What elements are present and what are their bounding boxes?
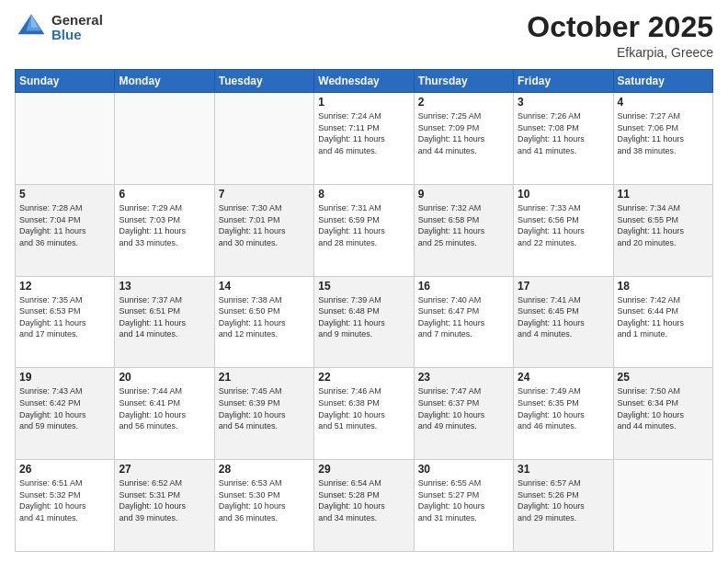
day-number: 13 bbox=[119, 280, 210, 293]
day-number: 22 bbox=[318, 371, 409, 384]
table-row: 25Sunrise: 7:50 AM Sunset: 6:34 PM Dayli… bbox=[613, 368, 712, 460]
header-monday: Monday bbox=[115, 70, 214, 93]
table-row: 6Sunrise: 7:29 AM Sunset: 7:03 PM Daylig… bbox=[115, 184, 214, 276]
table-row: 24Sunrise: 7:49 AM Sunset: 6:35 PM Dayli… bbox=[514, 368, 613, 460]
day-number: 16 bbox=[418, 280, 509, 293]
day-number: 10 bbox=[518, 188, 609, 201]
calendar-header-row: Sunday Monday Tuesday Wednesday Thursday… bbox=[16, 70, 713, 93]
day-number: 24 bbox=[518, 371, 609, 384]
day-number: 5 bbox=[19, 188, 110, 201]
header-wednesday: Wednesday bbox=[314, 70, 414, 93]
day-number: 21 bbox=[219, 371, 310, 384]
calendar-week-row: 19Sunrise: 7:43 AM Sunset: 6:42 PM Dayli… bbox=[16, 368, 713, 460]
day-info: Sunrise: 7:25 AM Sunset: 7:09 PM Dayligh… bbox=[418, 110, 509, 156]
day-info: Sunrise: 7:43 AM Sunset: 6:42 PM Dayligh… bbox=[19, 385, 110, 431]
day-number: 20 bbox=[119, 371, 210, 384]
table-row: 18Sunrise: 7:42 AM Sunset: 6:44 PM Dayli… bbox=[613, 276, 712, 368]
day-number: 2 bbox=[418, 96, 509, 109]
table-row: 27Sunrise: 6:52 AM Sunset: 5:31 PM Dayli… bbox=[115, 460, 214, 552]
table-row: 10Sunrise: 7:33 AM Sunset: 6:56 PM Dayli… bbox=[514, 184, 613, 276]
day-number: 31 bbox=[518, 463, 609, 476]
table-row bbox=[214, 93, 313, 185]
day-number: 26 bbox=[19, 463, 110, 476]
day-info: Sunrise: 7:46 AM Sunset: 6:38 PM Dayligh… bbox=[318, 385, 409, 431]
day-info: Sunrise: 7:33 AM Sunset: 6:56 PM Dayligh… bbox=[518, 202, 609, 248]
table-row: 21Sunrise: 7:45 AM Sunset: 6:39 PM Dayli… bbox=[214, 368, 313, 460]
day-info: Sunrise: 7:24 AM Sunset: 7:11 PM Dayligh… bbox=[318, 110, 409, 156]
day-info: Sunrise: 7:44 AM Sunset: 6:41 PM Dayligh… bbox=[119, 385, 210, 431]
day-number: 25 bbox=[618, 371, 709, 384]
day-info: Sunrise: 6:54 AM Sunset: 5:28 PM Dayligh… bbox=[318, 477, 409, 523]
day-info: Sunrise: 7:28 AM Sunset: 7:04 PM Dayligh… bbox=[19, 202, 110, 248]
table-row: 23Sunrise: 7:47 AM Sunset: 6:37 PM Dayli… bbox=[414, 368, 513, 460]
day-info: Sunrise: 6:52 AM Sunset: 5:31 PM Dayligh… bbox=[119, 477, 210, 523]
table-row: 13Sunrise: 7:37 AM Sunset: 6:51 PM Dayli… bbox=[115, 276, 214, 368]
day-info: Sunrise: 6:55 AM Sunset: 5:27 PM Dayligh… bbox=[418, 477, 509, 523]
calendar-week-row: 5Sunrise: 7:28 AM Sunset: 7:04 PM Daylig… bbox=[16, 184, 713, 276]
day-info: Sunrise: 7:50 AM Sunset: 6:34 PM Dayligh… bbox=[618, 385, 709, 431]
day-number: 30 bbox=[418, 463, 509, 476]
table-row bbox=[613, 460, 712, 552]
day-number: 15 bbox=[318, 280, 409, 293]
day-info: Sunrise: 7:31 AM Sunset: 6:59 PM Dayligh… bbox=[318, 202, 409, 248]
title-location: Efkarpia, Greece bbox=[527, 45, 713, 60]
day-info: Sunrise: 7:38 AM Sunset: 6:50 PM Dayligh… bbox=[219, 294, 310, 340]
table-row: 11Sunrise: 7:34 AM Sunset: 6:55 PM Dayli… bbox=[613, 184, 712, 276]
day-info: Sunrise: 7:47 AM Sunset: 6:37 PM Dayligh… bbox=[418, 385, 509, 431]
table-row bbox=[115, 93, 214, 185]
day-info: Sunrise: 7:49 AM Sunset: 6:35 PM Dayligh… bbox=[518, 385, 609, 431]
table-row: 14Sunrise: 7:38 AM Sunset: 6:50 PM Dayli… bbox=[214, 276, 313, 368]
table-row: 9Sunrise: 7:32 AM Sunset: 6:58 PM Daylig… bbox=[414, 184, 513, 276]
table-row: 15Sunrise: 7:39 AM Sunset: 6:48 PM Dayli… bbox=[314, 276, 414, 368]
header: General Blue October 2025 Efkarpia, Gree… bbox=[15, 11, 713, 60]
day-info: Sunrise: 7:34 AM Sunset: 6:55 PM Dayligh… bbox=[618, 202, 709, 248]
logo-blue-text: Blue bbox=[51, 28, 103, 43]
day-number: 12 bbox=[19, 280, 110, 293]
table-row: 1Sunrise: 7:24 AM Sunset: 7:11 PM Daylig… bbox=[314, 93, 414, 185]
day-number: 6 bbox=[119, 188, 210, 201]
day-number: 18 bbox=[618, 280, 709, 293]
calendar-week-row: 26Sunrise: 6:51 AM Sunset: 5:32 PM Dayli… bbox=[16, 460, 713, 552]
day-number: 17 bbox=[518, 280, 609, 293]
table-row: 3Sunrise: 7:26 AM Sunset: 7:08 PM Daylig… bbox=[514, 93, 613, 185]
day-number: 19 bbox=[19, 371, 110, 384]
header-thursday: Thursday bbox=[414, 70, 513, 93]
header-friday: Friday bbox=[514, 70, 613, 93]
table-row: 4Sunrise: 7:27 AM Sunset: 7:06 PM Daylig… bbox=[613, 93, 712, 185]
day-number: 27 bbox=[119, 463, 210, 476]
day-number: 9 bbox=[418, 188, 509, 201]
table-row: 2Sunrise: 7:25 AM Sunset: 7:09 PM Daylig… bbox=[414, 93, 513, 185]
header-saturday: Saturday bbox=[613, 70, 712, 93]
table-row: 28Sunrise: 6:53 AM Sunset: 5:30 PM Dayli… bbox=[214, 460, 313, 552]
calendar-week-row: 1Sunrise: 7:24 AM Sunset: 7:11 PM Daylig… bbox=[16, 93, 713, 185]
day-number: 7 bbox=[219, 188, 310, 201]
title-block: October 2025 Efkarpia, Greece bbox=[527, 11, 713, 60]
day-info: Sunrise: 6:53 AM Sunset: 5:30 PM Dayligh… bbox=[219, 477, 310, 523]
table-row: 8Sunrise: 7:31 AM Sunset: 6:59 PM Daylig… bbox=[314, 184, 414, 276]
logo-text: General Blue bbox=[51, 13, 103, 43]
table-row: 20Sunrise: 7:44 AM Sunset: 6:41 PM Dayli… bbox=[115, 368, 214, 460]
day-info: Sunrise: 7:39 AM Sunset: 6:48 PM Dayligh… bbox=[318, 294, 409, 340]
day-number: 23 bbox=[418, 371, 509, 384]
table-row: 31Sunrise: 6:57 AM Sunset: 5:26 PM Dayli… bbox=[514, 460, 613, 552]
logo-icon bbox=[15, 11, 48, 44]
calendar-week-row: 12Sunrise: 7:35 AM Sunset: 6:53 PM Dayli… bbox=[16, 276, 713, 368]
day-info: Sunrise: 7:26 AM Sunset: 7:08 PM Dayligh… bbox=[518, 110, 609, 156]
logo: General Blue bbox=[15, 11, 103, 44]
day-info: Sunrise: 7:30 AM Sunset: 7:01 PM Dayligh… bbox=[219, 202, 310, 248]
day-info: Sunrise: 6:51 AM Sunset: 5:32 PM Dayligh… bbox=[19, 477, 110, 523]
day-number: 8 bbox=[318, 188, 409, 201]
title-month: October 2025 bbox=[527, 11, 713, 43]
day-info: Sunrise: 7:37 AM Sunset: 6:51 PM Dayligh… bbox=[119, 294, 210, 340]
table-row: 7Sunrise: 7:30 AM Sunset: 7:01 PM Daylig… bbox=[214, 184, 313, 276]
day-number: 11 bbox=[618, 188, 709, 201]
day-number: 1 bbox=[318, 96, 409, 109]
header-tuesday: Tuesday bbox=[214, 70, 313, 93]
table-row bbox=[16, 93, 115, 185]
day-number: 14 bbox=[219, 280, 310, 293]
table-row: 5Sunrise: 7:28 AM Sunset: 7:04 PM Daylig… bbox=[16, 184, 115, 276]
table-row: 12Sunrise: 7:35 AM Sunset: 6:53 PM Dayli… bbox=[16, 276, 115, 368]
day-info: Sunrise: 7:42 AM Sunset: 6:44 PM Dayligh… bbox=[618, 294, 709, 340]
day-info: Sunrise: 7:45 AM Sunset: 6:39 PM Dayligh… bbox=[219, 385, 310, 431]
table-row: 29Sunrise: 6:54 AM Sunset: 5:28 PM Dayli… bbox=[314, 460, 414, 552]
